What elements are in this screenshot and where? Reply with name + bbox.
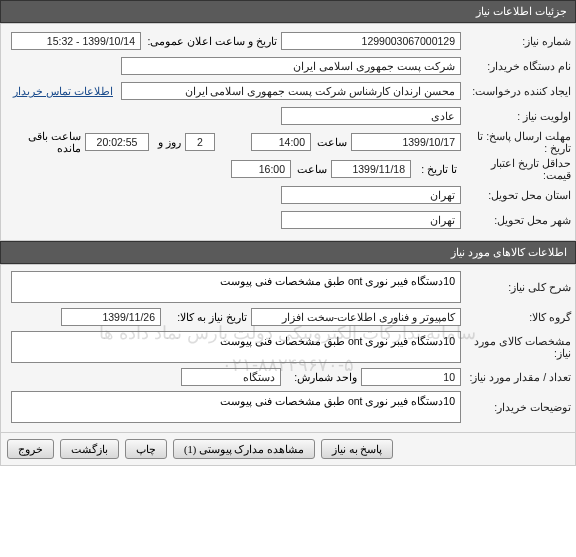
announce-label: تاریخ و ساعت اعلان عمومی: (141, 35, 281, 47)
need-date-label: تاریخ نیاز به کالا: (161, 311, 251, 323)
attachments-button[interactable]: مشاهده مدارک پیوستی (1) (173, 439, 315, 459)
creator-field: محسن ارندان کارشناس شرکت پست جمهوری اسلا… (121, 82, 461, 100)
buyer-field: شرکت پست جمهوری اسلامی ایران (121, 57, 461, 75)
goods-form: سامانه تدارکات الکترونیکی دولت پارس نماد… (0, 264, 576, 433)
section-header-details: جزئیات اطلاعات نیاز (0, 0, 576, 23)
section-header-goods: اطلاعات کالاهای مورد نیاز (0, 241, 576, 264)
buyer-notes-label: توضیحات خریدار: (461, 401, 571, 413)
exit-button[interactable]: خروج (7, 439, 54, 459)
remain-label: ساعت باقی مانده (5, 130, 85, 154)
day-label: روز و (149, 136, 185, 148)
time-label-1: ساعت (311, 136, 351, 148)
province-label: استان محل تحویل: (461, 189, 571, 201)
qty-label: تعداد / مقدار مورد نیاز: (461, 371, 571, 383)
need-no-field: 1299003067000129 (281, 32, 461, 50)
city-label: شهر محل تحویل: (461, 214, 571, 226)
priority-label: اولویت نیاز : (461, 110, 571, 122)
days-left-field: 2 (185, 133, 215, 151)
deadline-date-field: 1399/10/17 (351, 133, 461, 151)
time-label-2: ساعت (291, 163, 331, 175)
need-date-field: 1399/11/26 (61, 308, 161, 326)
creator-label: ایجاد کننده درخواست: (461, 85, 571, 97)
remain-time-field: 20:02:55 (85, 133, 149, 151)
group-label: گروه کالا: (461, 311, 571, 323)
spec-label: مشخصات کالای مورد نیاز: (461, 335, 571, 359)
print-button[interactable]: چاپ (125, 439, 167, 459)
unit-label: واحد شمارش: (281, 371, 361, 383)
qty-field: 10 (361, 368, 461, 386)
reply-button[interactable]: پاسخ به نیاز (321, 439, 393, 459)
province-field: تهران (281, 186, 461, 204)
desc-field: 10دستگاه فیبر نوری ont طبق مشخصات فنی پی… (11, 271, 461, 303)
city-field: تهران (281, 211, 461, 229)
deadline-label: مهلت ارسال پاسخ: تا تاریخ : (461, 130, 571, 154)
min-credit-label: حداقل تاریخ اعتبار قیمت: (461, 157, 571, 181)
deadline-time-field: 14:00 (251, 133, 311, 151)
announce-field: 1399/10/14 - 15:32 (11, 32, 141, 50)
min-credit-time-field: 16:00 (231, 160, 291, 178)
buyer-notes-field: 10دستگاه فیبر نوری ont طبق مشخصات فنی پی… (11, 391, 461, 423)
unit-field: دستگاه (181, 368, 281, 386)
min-credit-date-field: 1399/11/18 (331, 160, 411, 178)
priority-field: عادی (281, 107, 461, 125)
need-no-label: شماره نیاز: (461, 35, 571, 47)
back-button[interactable]: بازگشت (60, 439, 119, 459)
spec-field: 10دستگاه فیبر نوری ont طبق مشخصات فنی پی… (11, 331, 461, 363)
desc-label: شرح کلی نیاز: (461, 281, 571, 293)
to-date-label-2: تا تاریخ : (411, 163, 461, 175)
contact-link[interactable]: اطلاعات تماس خریدار (13, 85, 113, 97)
deadline-label-1: مهلت ارسال پاسخ: (486, 130, 571, 142)
buyer-label: نام دستگاه خریدار: (461, 60, 571, 72)
min-credit-label-txt: حداقل تاریخ اعتبار قیمت: (491, 157, 571, 181)
group-field: کامپیوتر و فناوری اطلاعات-سخت افزار (251, 308, 461, 326)
details-form: شماره نیاز: 1299003067000129 تاریخ و ساع… (0, 23, 576, 241)
footer-bar: خروج بازگشت چاپ مشاهده مدارک پیوستی (1) … (0, 433, 576, 466)
